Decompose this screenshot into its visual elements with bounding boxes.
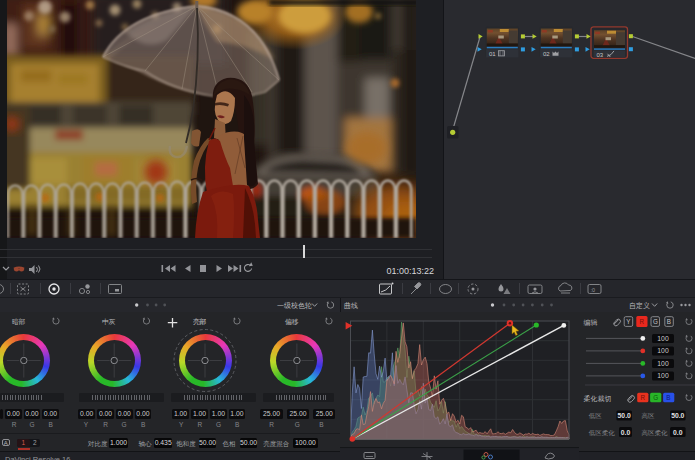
svg-text:0.0: 0.0: [673, 429, 683, 436]
svg-text:Y: Y: [626, 318, 631, 325]
svg-text:0.0: 0.0: [621, 429, 631, 436]
svg-text:100: 100: [657, 347, 669, 354]
svg-text:一级校色轮: 一级校色轮: [277, 302, 312, 310]
svg-text:B: B: [666, 394, 670, 401]
svg-text:柔化裁切: 柔化裁切: [584, 394, 612, 403]
svg-text:编辑: 编辑: [584, 319, 598, 326]
svg-text:R: R: [641, 394, 646, 401]
svg-text:02: 02: [543, 51, 550, 57]
svg-text:低区: 低区: [589, 412, 603, 419]
svg-text:50.0: 50.0: [671, 412, 684, 419]
svg-text:自定义: 自定义: [629, 302, 650, 310]
svg-text:R: R: [640, 318, 645, 325]
svg-text:B: B: [667, 318, 671, 325]
svg-text:100: 100: [657, 335, 669, 342]
svg-text:高区柔化: 高区柔化: [642, 429, 669, 437]
svg-text:100: 100: [657, 360, 669, 367]
svg-text:高区: 高区: [642, 412, 656, 419]
svg-text:低区柔化: 低区柔化: [589, 429, 616, 437]
svg-text:G: G: [653, 394, 658, 401]
svg-text::0: :0: [591, 287, 596, 293]
svg-text:曲线: 曲线: [344, 302, 358, 310]
svg-text:50.0: 50.0: [618, 412, 631, 419]
svg-text:100: 100: [657, 372, 669, 379]
svg-text:G: G: [653, 318, 658, 325]
svg-text:01: 01: [489, 51, 496, 57]
svg-text:03: 03: [597, 52, 604, 58]
